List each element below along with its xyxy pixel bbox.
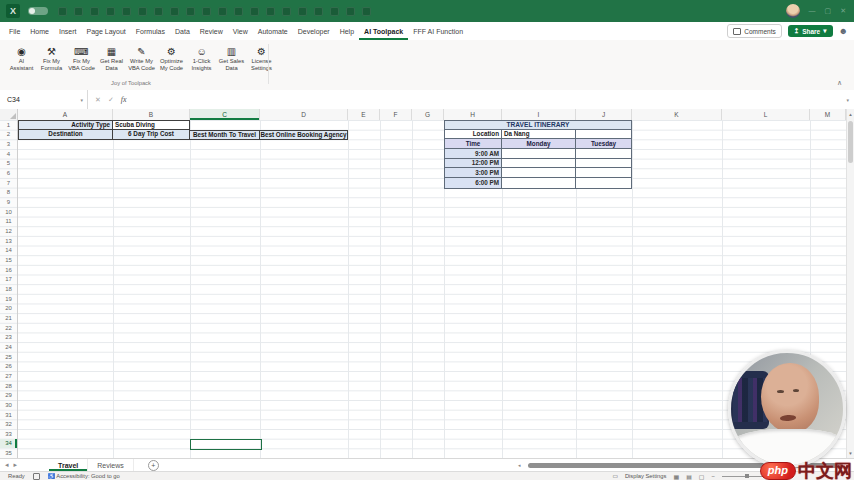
insert-table-icon[interactable] [202, 7, 211, 16]
row-header-5[interactable]: 5 [0, 159, 17, 169]
minimize-icon[interactable]: — [809, 0, 816, 22]
spreadsheet-grid[interactable]: Activity TypeScuba DivingDestination6 Da… [0, 120, 846, 458]
tab-fff-ai-function[interactable]: FFF AI Function [408, 22, 468, 40]
more-commands-icon[interactable] [362, 7, 371, 16]
row-header-19[interactable]: 19 [0, 294, 17, 304]
fill-color-icon[interactable] [266, 7, 275, 16]
row-header-15[interactable]: 15 [0, 255, 17, 265]
chart-icon[interactable] [234, 7, 243, 16]
page-break-view-icon[interactable]: ▢ [699, 473, 705, 480]
row-header-31[interactable]: 31 [0, 410, 17, 420]
column-header-H[interactable]: H [444, 109, 502, 120]
left-table-cell-C2[interactable]: Best Month To Travel [189, 130, 260, 141]
autosave-toggle[interactable] [28, 7, 48, 15]
tab-view[interactable]: View [228, 22, 253, 40]
merge-center-icon[interactable] [298, 7, 307, 16]
row-header-2[interactable]: 2 [0, 130, 17, 140]
row-header-24[interactable]: 24 [0, 342, 17, 352]
undo-icon[interactable] [90, 7, 99, 16]
account-person-icon[interactable]: ☻ [839, 25, 848, 37]
row-header-35[interactable]: 35 [0, 448, 17, 458]
tab-developer[interactable]: Developer [293, 22, 335, 40]
scroll-up-icon[interactable]: ▲ [847, 109, 854, 119]
row-header-34[interactable]: 34 [0, 439, 17, 449]
find-icon[interactable] [346, 7, 355, 16]
select-all-corner[interactable] [0, 109, 18, 120]
row-header-12[interactable]: 12 [0, 226, 17, 236]
itinerary-cell-I7[interactable] [501, 177, 576, 189]
row-header-21[interactable]: 21 [0, 313, 17, 323]
add-sheet-button[interactable]: + [148, 460, 159, 471]
pivot-table-icon[interactable] [250, 7, 259, 16]
row-header-8[interactable]: 8 [0, 188, 17, 198]
paste-icon[interactable] [170, 7, 179, 16]
row-header-28[interactable]: 28 [0, 381, 17, 391]
redo-icon[interactable] [106, 7, 115, 16]
ribbon-button-1-click-insights[interactable]: ☺1-Click Insights [188, 43, 215, 71]
row-header-11[interactable]: 11 [0, 217, 17, 227]
row-header-13[interactable]: 13 [0, 236, 17, 246]
ribbon-button-get-real-data[interactable]: ▦Get Real Data [98, 43, 125, 71]
column-header-M[interactable]: M [810, 109, 846, 120]
tab-file[interactable]: File [4, 22, 25, 40]
zoom-icon[interactable] [330, 7, 339, 16]
left-table-cell-D2[interactable]: Best Online Booking Agency [259, 130, 348, 141]
itinerary-cell-H7[interactable]: 6:00 PM [444, 177, 502, 189]
autosave-toggle-icon[interactable] [58, 7, 67, 16]
chevron-down-icon[interactable]: ▾ [80, 97, 83, 103]
hscroll-left-icon[interactable]: ◂ [518, 462, 521, 468]
column-header-L[interactable]: L [722, 109, 810, 120]
tab-automate[interactable]: Automate [253, 22, 293, 40]
name-box[interactable]: C34 ▾ [0, 90, 88, 109]
column-header-C[interactable]: C [190, 109, 260, 120]
excel-logo-icon[interactable]: X [6, 4, 20, 18]
formula-input[interactable] [127, 90, 847, 109]
column-header-E[interactable]: E [348, 109, 380, 120]
tab-home[interactable]: Home [25, 22, 54, 40]
row-header-16[interactable]: 16 [0, 265, 17, 275]
column-header-G[interactable]: G [412, 109, 444, 120]
tab-insert[interactable]: Insert [54, 22, 82, 40]
maximize-icon[interactable]: ▢ [825, 0, 832, 22]
accessibility-status[interactable]: ♿ Accessibility: Good to go [48, 473, 120, 479]
row-header-7[interactable]: 7 [0, 178, 17, 188]
sheet-nav-right-icon[interactable]: ▸ [14, 461, 18, 469]
sheet-tab-reviews[interactable]: Reviews [88, 459, 133, 471]
row-header-4[interactable]: 4 [0, 149, 17, 159]
ribbon-button-license-settings[interactable]: ⚙License Settings [248, 43, 275, 71]
column-header-A[interactable]: A [18, 109, 113, 120]
scroll-down-icon[interactable]: ▼ [847, 448, 854, 458]
tab-review[interactable]: Review [195, 22, 228, 40]
ribbon-collapse-icon[interactable]: ∧ [837, 79, 842, 87]
row-header-33[interactable]: 33 [0, 429, 17, 439]
row-header-6[interactable]: 6 [0, 168, 17, 178]
tab-formulas[interactable]: Formulas [131, 22, 170, 40]
copy-icon[interactable] [154, 7, 163, 16]
row-header-18[interactable]: 18 [0, 284, 17, 294]
ribbon-button-optimize-my-code[interactable]: ⚙Optimize My Code [158, 43, 185, 71]
column-header-I[interactable]: I [502, 109, 576, 120]
column-header-F[interactable]: F [380, 109, 412, 120]
row-header-9[interactable]: 9 [0, 197, 17, 207]
column-header-J[interactable]: J [576, 109, 632, 120]
sort-filter-icon[interactable] [218, 7, 227, 16]
tab-data[interactable]: Data [170, 22, 195, 40]
column-header-K[interactable]: K [632, 109, 722, 120]
row-header-27[interactable]: 27 [0, 371, 17, 381]
normal-view-icon[interactable]: ▦ [673, 473, 679, 480]
enter-icon[interactable]: ✓ [108, 96, 114, 104]
formula-bar-expand-icon[interactable]: ▾ [846, 97, 849, 103]
page-layout-view-icon[interactable]: ▤ [686, 473, 692, 480]
borders-icon[interactable] [282, 7, 291, 16]
row-header-14[interactable]: 14 [0, 246, 17, 256]
cancel-icon[interactable]: ✕ [95, 96, 101, 104]
vertical-scrollbar[interactable]: ▲ ▼ [846, 109, 854, 458]
freeze-panes-icon[interactable] [314, 7, 323, 16]
ribbon-button-fix-my-vba-code[interactable]: ⌨Fix My VBA Code [68, 43, 95, 71]
left-table-cell-A2[interactable]: Destination [18, 129, 113, 141]
row-header-23[interactable]: 23 [0, 332, 17, 342]
tab-page-layout[interactable]: Page Layout [81, 22, 130, 40]
left-table-cell-B2[interactable]: 6 Day Trip Cost [112, 129, 190, 141]
macro-record-icon[interactable] [33, 473, 40, 480]
tab-ai-toolpack[interactable]: AI Toolpack [359, 22, 408, 40]
